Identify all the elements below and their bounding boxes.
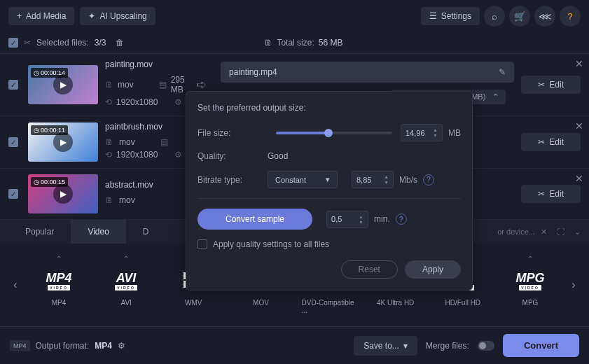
apply-button[interactable]: Apply xyxy=(405,260,461,279)
edit-button[interactable]: ✂Edit xyxy=(521,185,581,203)
scissors-icon: ✂ xyxy=(538,137,545,147)
gear-icon[interactable]: ⚙ xyxy=(118,341,125,351)
filesize-input[interactable]: 14,96▲▼ xyxy=(401,124,443,141)
apply-all-checkbox[interactable] xyxy=(198,239,207,249)
svg-text:VIDEO: VIDEO xyxy=(117,286,135,290)
help-icon[interactable]: ? xyxy=(423,174,434,186)
filesize-unit: MB xyxy=(448,128,461,138)
svg-text:AVI: AVI xyxy=(116,271,137,285)
trash-icon[interactable]: 🗑 xyxy=(116,38,124,48)
file-name: paintbrush.mov xyxy=(105,122,182,132)
resolution-icon: ⟲ xyxy=(105,150,112,160)
spinner-icon[interactable]: ▲▼ xyxy=(384,174,389,185)
format-card-avi[interactable]: ⌃AVIVIDEOAVI xyxy=(95,251,157,318)
svg-text:MPG: MPG xyxy=(515,271,544,285)
quality-label: Quality: xyxy=(198,151,268,161)
chevron-down-icon[interactable]: ⌄ xyxy=(574,227,581,237)
close-icon[interactable]: ✕ xyxy=(575,173,583,184)
format-icon: 🗎 xyxy=(105,80,113,90)
svg-text:VIDEO: VIDEO xyxy=(521,286,539,290)
total-size-label: Total size: xyxy=(277,38,314,48)
save-to-button[interactable]: Save to...▾ xyxy=(354,336,417,356)
edit-button[interactable]: ✂Edit xyxy=(521,76,581,94)
sample-min-input[interactable]: 0,5▲▼ xyxy=(326,211,368,228)
filesize-slider[interactable] xyxy=(276,132,392,134)
format-logo: MPGVIDEO xyxy=(505,265,555,296)
merge-toggle[interactable] xyxy=(478,341,494,351)
ai-upscaling-button[interactable]: ✦AI Upscaling xyxy=(80,7,155,25)
format-label: MP4 xyxy=(52,299,67,307)
file-icon: 🗎 xyxy=(264,38,272,48)
settings-label: Settings xyxy=(441,11,471,21)
thumbnail[interactable]: ◷ 00:00:11 ▶ xyxy=(28,122,98,162)
file-size: 295 MB xyxy=(171,75,185,94)
file-checkbox[interactable]: ✓ xyxy=(8,137,18,147)
popup-title: Set the preferred output size: xyxy=(198,103,461,113)
format-logo: AVIVIDEO xyxy=(101,265,151,296)
settings-icon: ⚙ xyxy=(174,150,182,160)
chevron-up-icon: ⌃ xyxy=(123,255,129,262)
clear-search-icon[interactable]: ✕ xyxy=(541,227,547,237)
edit-label: Edit xyxy=(549,189,564,199)
selected-files-label: Selected files: xyxy=(36,38,89,48)
spinner-icon[interactable]: ▲▼ xyxy=(359,214,363,225)
help-icon[interactable]: ? xyxy=(396,214,407,225)
thumbnail[interactable]: ◷ 00:00:14 ▶ xyxy=(28,65,98,104)
tab-devices[interactable]: D xyxy=(126,220,153,244)
help-icon-button[interactable]: ? xyxy=(560,6,581,27)
duration-badge: ◷ 00:00:14 xyxy=(31,68,68,78)
duration-badge: ◷ 00:00:11 xyxy=(31,125,68,135)
scroll-right-button[interactable]: › xyxy=(565,279,582,291)
expand-icon[interactable]: ⛶ xyxy=(557,227,564,236)
format-label: 4K Ultra HD xyxy=(377,299,414,307)
scroll-left-button[interactable]: ‹ xyxy=(7,279,24,291)
tab-popular[interactable]: Popular xyxy=(8,220,71,244)
ai-upscaling-label: AI Upscaling xyxy=(99,11,146,21)
bitrate-input[interactable]: 8,85▲▼ xyxy=(352,171,394,188)
format-label: MPG xyxy=(522,299,539,307)
chevron-up-icon: ⌃ xyxy=(527,255,533,262)
format-icon: 🗎 xyxy=(105,137,115,147)
svg-text:VIDEO: VIDEO xyxy=(50,286,68,290)
format-badge-icon: MP4 xyxy=(10,340,30,351)
bitrate-type-select[interactable]: Constant▾ xyxy=(268,171,338,188)
cart-icon-button[interactable]: 🛒 xyxy=(509,6,530,27)
sliders-icon: ☰ xyxy=(429,11,437,21)
reset-button[interactable]: Reset xyxy=(341,260,398,279)
format-card-mp4[interactable]: ⌃MP4VIDEOMP4 xyxy=(28,251,90,318)
play-icon[interactable]: ▶ xyxy=(53,132,73,152)
add-media-button[interactable]: +Add Media xyxy=(8,7,74,25)
arrow-icon: ➪ xyxy=(189,77,214,92)
scissors-icon: ✂ xyxy=(538,80,545,90)
search-placeholder[interactable]: or device... xyxy=(497,227,535,236)
close-icon[interactable]: ✕ xyxy=(575,58,583,69)
file-format: mov xyxy=(119,137,135,147)
file-checkbox[interactable]: ✓ xyxy=(8,189,18,199)
chevron-down-icon: ▾ xyxy=(326,175,330,184)
format-card-mpg[interactable]: ⌃MPGVIDEOMPG xyxy=(499,251,561,318)
thumbnail[interactable]: ◷ 00:00:15 ▶ xyxy=(28,174,98,214)
edit-button[interactable]: ✂Edit xyxy=(521,133,581,151)
share-icon-button[interactable]: ⋘ xyxy=(534,6,555,27)
spinner-icon[interactable]: ▲▼ xyxy=(433,127,438,138)
convert-sample-button[interactable]: Convert sample xyxy=(198,209,312,230)
close-icon[interactable]: ✕ xyxy=(575,120,583,132)
play-icon[interactable]: ▶ xyxy=(53,184,73,204)
edit-label: Edit xyxy=(549,80,564,90)
select-all-checkbox[interactable]: ✓ xyxy=(8,38,18,48)
format-logo: MP4VIDEO xyxy=(34,265,84,296)
resolution-icon: ⟲ xyxy=(105,97,112,107)
settings-button[interactable]: ☰Settings xyxy=(421,7,480,25)
tab-video[interactable]: Video xyxy=(71,220,125,244)
compress-popup: Set the preferred output size: File size… xyxy=(186,91,473,290)
play-icon[interactable]: ▶ xyxy=(53,75,73,94)
edit-name-icon[interactable]: ✎ xyxy=(499,67,506,77)
plus-icon: + xyxy=(17,11,22,21)
search-icon-button[interactable]: ⌕ xyxy=(484,6,505,27)
file-checkbox[interactable]: ✓ xyxy=(8,80,18,90)
output-format-value: MP4 xyxy=(95,341,112,351)
bitrate-type-label: Bitrate type: xyxy=(198,175,268,185)
convert-button[interactable]: Convert xyxy=(503,334,579,357)
quality-value: Good xyxy=(268,151,288,161)
size-icon: ▤ xyxy=(160,137,170,147)
